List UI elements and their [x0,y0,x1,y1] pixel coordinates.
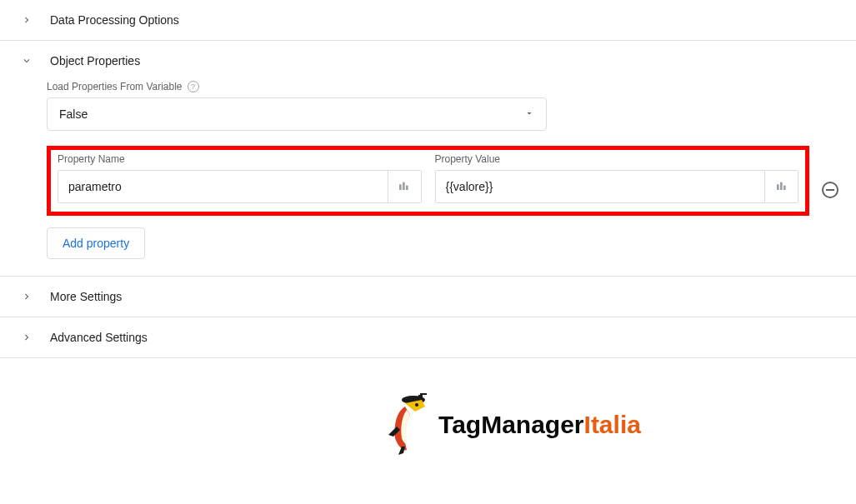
object-properties-body: Load Properties From Variable ? False Pr… [0,81,856,276]
chevron-down-icon [20,54,33,67]
dropdown-arrow-icon [524,107,534,121]
property-name-input[interactable] [58,171,388,202]
remove-row-button[interactable] [822,182,838,198]
chevron-right-icon [20,290,33,303]
section-title: Data Processing Options [50,13,179,27]
section-title: Advanced Settings [50,331,148,344]
highlight-annotation: Property Name Property Value [47,146,809,216]
section-advanced-settings[interactable]: Advanced Settings [0,317,856,357]
svg-rect-0 [399,184,402,190]
svg-rect-7 [418,395,423,401]
load-properties-label: Load Properties From Variable ? [47,81,809,92]
section-title: More Settings [50,290,122,303]
load-properties-select[interactable]: False [47,97,547,131]
svg-point-9 [415,403,418,407]
section-more-settings[interactable]: More Settings [0,277,856,317]
section-title: Object Properties [50,54,140,67]
logo-brand-a: TagManager [438,411,583,438]
section-data-processing[interactable]: Data Processing Options [0,0,856,40]
footer-logo: TagManagerItalia [0,358,856,483]
property-name-label: Property Name [58,153,422,165]
woodpecker-icon [382,392,432,458]
svg-rect-2 [406,186,408,190]
logo-brand-b: Italia [584,411,641,438]
svg-rect-8 [420,393,427,395]
svg-rect-1 [403,182,405,190]
chevron-right-icon [20,13,33,27]
svg-rect-4 [780,182,783,190]
logo-text: TagManagerItalia [438,411,641,439]
property-value-label: Property Value [435,153,799,165]
svg-rect-3 [777,184,779,190]
section-object-properties[interactable]: Object Properties [0,41,856,81]
variable-picker-icon[interactable] [388,171,421,202]
property-value-input[interactable] [436,171,765,202]
label-text: Load Properties From Variable [47,81,183,92]
help-icon[interactable]: ? [188,81,199,92]
select-value: False [59,107,88,121]
chevron-right-icon [20,331,33,344]
svg-rect-5 [783,186,786,190]
variable-picker-icon[interactable] [764,171,798,202]
add-property-button[interactable]: Add property [47,227,145,259]
